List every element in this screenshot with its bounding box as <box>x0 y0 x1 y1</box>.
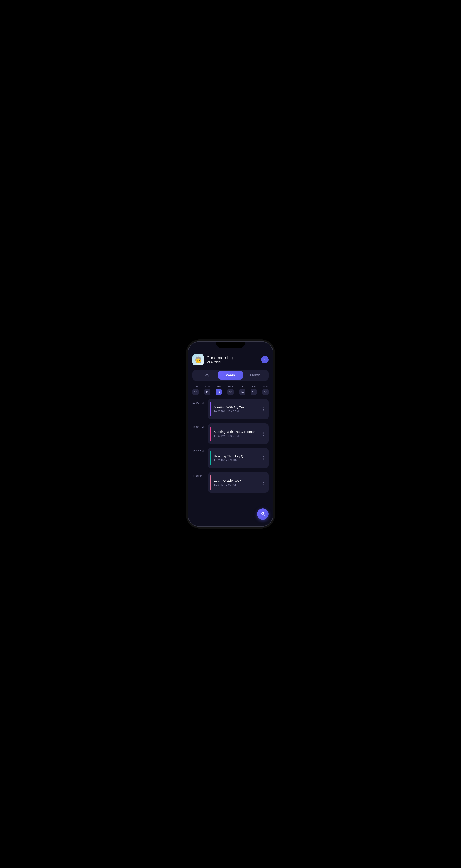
dot <box>263 459 264 460</box>
notch <box>216 342 245 348</box>
event-menu-3[interactable] <box>261 456 266 460</box>
event-card-1[interactable]: Meeting With My Team 10:00 PM - 10:40 PM <box>208 399 269 420</box>
dot <box>263 458 264 459</box>
day-number-sat: 15 <box>251 389 257 395</box>
day-name-sun: Sun <box>263 385 268 388</box>
filter-icon: ⚗ <box>261 512 265 517</box>
event-info-2: Meeting With The Customer 11:00 PM - 12:… <box>214 430 261 437</box>
event-title-1: Meeting With My Team <box>214 405 261 409</box>
event-slot-1: 10:00 PM Meeting With My Team 10:00 PM -… <box>192 399 269 420</box>
fab-button[interactable]: ⚗ <box>257 508 269 520</box>
event-title-4: Learn Oracle Apex <box>214 478 261 483</box>
event-duration-4: 1:20 PM - 2:00 PM <box>214 483 261 486</box>
event-accent-1 <box>210 402 211 416</box>
day-cell-thu[interactable]: Thu 12 <box>216 385 222 395</box>
day-name-wed: Wed <box>205 385 210 388</box>
day-name-sat: Sat <box>252 385 256 388</box>
tab-month[interactable]: Month <box>243 371 268 380</box>
dot <box>263 480 264 482</box>
event-title-2: Meeting With The Customer <box>214 430 261 434</box>
event-slot-4: 1:20 PM Learn Oracle Apex 1:20 PM - 2:00… <box>192 472 269 493</box>
dot <box>263 482 264 483</box>
event-accent-3 <box>210 451 211 465</box>
dot <box>263 435 264 436</box>
dot <box>263 456 264 457</box>
greeting-label: Good morning <box>207 356 233 360</box>
time-label-3: 12:20 PM <box>192 448 205 453</box>
event-card-2[interactable]: Meeting With The Customer 11:00 PM - 12:… <box>208 424 269 444</box>
event-slot-3: 12:20 PM Reading The Holy Quran 12:20 PM… <box>192 448 269 468</box>
day-number-fri: 14 <box>239 389 245 395</box>
username-label: Mr.Alrobiai <box>207 360 233 364</box>
greeting-text: Good morning Mr.Alrobiai <box>207 356 233 364</box>
tab-week[interactable]: Week <box>218 371 243 380</box>
event-slot-2: 11:00 PM Meeting With The Customer 11:00… <box>192 424 269 444</box>
day-number-wed: 11 <box>204 389 210 395</box>
event-accent-4 <box>210 475 211 490</box>
header: 🧓 Good morning Mr.Alrobiai ‹ <box>192 354 269 365</box>
event-menu-4[interactable] <box>261 480 266 485</box>
dot <box>263 407 264 408</box>
day-cell-wed[interactable]: Wed 11 <box>204 385 210 395</box>
event-card-4[interactable]: Learn Oracle Apex 1:20 PM - 2:00 PM <box>208 472 269 493</box>
day-cell-sun[interactable]: Sun 16 <box>263 385 269 395</box>
day-name-mon: Mon <box>228 385 233 388</box>
event-card-3[interactable]: Reading The Holy Quran 12:20 PM - 1:00 P… <box>208 448 269 468</box>
event-info-4: Learn Oracle Apex 1:20 PM - 2:00 PM <box>214 478 261 486</box>
days-row: Tue 10 Wed 11 Thu 12 Mon 13 Fri 14 <box>192 385 269 395</box>
tab-day[interactable]: Day <box>193 371 218 380</box>
day-number-mon: 13 <box>227 389 234 395</box>
event-duration-1: 10:00 PM - 10:40 PM <box>214 410 261 413</box>
event-menu-1[interactable] <box>261 407 266 411</box>
day-name-thu: Thu <box>217 385 221 388</box>
event-accent-2 <box>210 427 211 441</box>
tab-bar: Day Week Month <box>192 370 269 381</box>
event-title-3: Reading The Holy Quran <box>214 454 261 458</box>
back-button[interactable]: ‹ <box>261 356 269 364</box>
dot <box>263 433 264 434</box>
event-menu-2[interactable] <box>261 432 266 436</box>
day-number-tue: 10 <box>192 389 198 395</box>
day-number-thu: 12 <box>216 389 222 395</box>
dot <box>263 484 264 485</box>
avatar: 🧓 <box>192 354 204 365</box>
day-cell-sat[interactable]: Sat 15 <box>251 385 257 395</box>
dot <box>263 432 264 433</box>
event-info-1: Meeting With My Team 10:00 PM - 10:40 PM <box>214 405 261 413</box>
day-number-sun: 16 <box>263 389 269 395</box>
time-label-4: 1:20 PM <box>192 472 205 477</box>
header-left: 🧓 Good morning Mr.Alrobiai <box>192 354 233 365</box>
time-label-2: 11:00 PM <box>192 424 205 429</box>
day-cell-fri[interactable]: Fri 14 <box>239 385 245 395</box>
day-name-fri: Fri <box>241 385 244 388</box>
dot <box>263 409 264 410</box>
dot <box>263 410 264 411</box>
event-info-3: Reading The Holy Quran 12:20 PM - 1:00 P… <box>214 454 261 462</box>
event-duration-3: 12:20 PM - 1:00 PM <box>214 459 261 462</box>
time-label-1: 10:00 PM <box>192 399 205 404</box>
day-cell-tue[interactable]: Tue 10 <box>192 385 198 395</box>
day-name-tue: Tue <box>193 385 198 388</box>
day-cell-mon[interactable]: Mon 13 <box>227 385 234 395</box>
event-duration-2: 11:00 PM - 12:00 PM <box>214 434 261 437</box>
